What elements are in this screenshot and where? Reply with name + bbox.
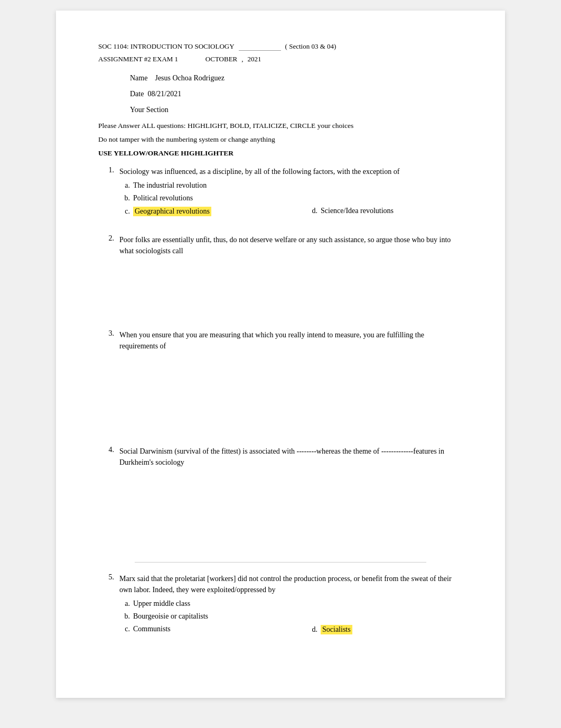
date-value: 08/21/2021 [147, 90, 181, 98]
year-label: 2021 [248, 55, 261, 63]
q2-number: 2. [98, 234, 114, 314]
q5-d-text: Socialists [321, 625, 352, 634]
section-label: Your Section [130, 106, 169, 114]
q5-option-a: a. Upper middle class [119, 600, 463, 608]
q1-option-c: c. Geographical revolutions [119, 207, 291, 216]
q1-content: Sociology was influenced, as a disciplin… [119, 166, 463, 218]
q5-number: 5. [98, 573, 114, 637]
instruction-2: Do not tamper with the numbering system … [98, 135, 463, 144]
q1-b-letter: b. [119, 194, 130, 202]
question-4: 4. Social Darwinism (survival of the fit… [98, 446, 463, 546]
q5-a-letter: a. [119, 600, 130, 608]
comma: , [241, 55, 243, 63]
name-label: Name [130, 74, 147, 82]
q5-c-text: Communists [133, 625, 171, 633]
section-text: ( Section 03 & 04) [285, 42, 336, 51]
q3-number: 3. [98, 329, 114, 430]
q1-number: 1. [98, 166, 114, 218]
q1-cd-row: c. Geographical revolutions d. Science/I… [119, 207, 463, 218]
course-title: SOC 1104: INTRODUCTION TO SOCIOLOGY [98, 42, 235, 51]
question-3: 3. When you ensure that you are measurin… [98, 329, 463, 430]
q4-number: 4. [98, 446, 114, 546]
q1-option-b: b. Political revolutions [119, 194, 463, 202]
questions-container: 1. Sociology was influenced, as a discip… [98, 166, 463, 637]
q5-option-b: b. Bourgeoisie or capitalists [119, 612, 463, 621]
q1-d-letter: d. [291, 207, 317, 215]
q1-option-d: d. Science/Idea revolutions [291, 207, 463, 216]
q2-content: Poor folks are essentially unfit, thus, … [119, 234, 463, 314]
q5-text: Marx said that the proletariat [workers]… [119, 573, 463, 595]
q5-cd-row: c. Communists d. Socialists [119, 625, 463, 637]
q1-d-text: Science/Idea revolutions [321, 207, 394, 215]
date-label: Date [130, 90, 144, 98]
q3-answer-space [119, 356, 463, 430]
q5-a-text: Upper middle class [133, 600, 190, 608]
q2-text: Poor folks are essentially unfit, thus, … [119, 234, 463, 256]
section-blank-field [239, 42, 281, 51]
q1-options: a. The industrial revolution b. Politica… [119, 181, 463, 218]
q1-a-text: The industrial revolution [133, 181, 207, 190]
q2-answer-space [119, 261, 463, 314]
q5-c-letter: c. [119, 625, 130, 633]
q4-answer-space [119, 472, 463, 546]
separator-line [135, 562, 426, 563]
q5-option-d: d. Socialists [291, 625, 463, 634]
header-row-2: ASSIGNMENT #2 EXAM 1 OCTOBER , 2021 [98, 55, 463, 63]
q1-a-letter: a. [119, 181, 130, 190]
name-value: Jesus Ochoa Rodriguez [155, 74, 224, 82]
q5-option-c: c. Communists [119, 625, 291, 634]
q5-b-letter: b. [119, 612, 130, 621]
q1-c-letter: c. [119, 207, 130, 216]
q1-b-text: Political revolutions [133, 194, 193, 202]
name-row: Name Jesus Ochoa Rodriguez [130, 74, 463, 82]
question-5: 5. Marx said that the proletariat [worke… [98, 573, 463, 637]
date-row: Date 08/21/2021 [130, 90, 463, 98]
section-row: Your Section [130, 106, 463, 114]
month-label: OCTOBER [205, 55, 237, 63]
q5-options: a. Upper middle class b. Bourgeoisie or … [119, 600, 463, 637]
q4-content: Social Darwinism (survival of the fittes… [119, 446, 463, 546]
q4-text: Social Darwinism (survival of the fittes… [119, 446, 463, 468]
q1-c-text: Geographical revolutions [133, 207, 211, 216]
exam-page: SOC 1104: INTRODUCTION TO SOCIOLOGY ( Se… [56, 11, 505, 698]
assignment-label: ASSIGNMENT #2 EXAM 1 [98, 55, 178, 63]
question-2: 2. Poor folks are essentially unfit, thu… [98, 234, 463, 314]
q3-content: When you ensure that you are measuring t… [119, 329, 463, 430]
instruction-3: USE YELLOW/ORANGE HIGHLIGHTER [98, 149, 463, 158]
q1-option-a: a. The industrial revolution [119, 181, 463, 190]
q3-text: When you ensure that you are measuring t… [119, 329, 463, 352]
instruction-1: Please Answer ALL questions: HIGHLIGHT, … [98, 122, 463, 130]
q5-content: Marx said that the proletariat [workers]… [119, 573, 463, 637]
header-row-1: SOC 1104: INTRODUCTION TO SOCIOLOGY ( Se… [98, 42, 463, 51]
q1-text: Sociology was influenced, as a disciplin… [119, 166, 463, 177]
q5-b-text: Bourgeoisie or capitalists [133, 612, 208, 621]
question-1: 1. Sociology was influenced, as a discip… [98, 166, 463, 218]
date-blank-field [182, 55, 201, 63]
q5-d-letter: d. [291, 625, 317, 634]
